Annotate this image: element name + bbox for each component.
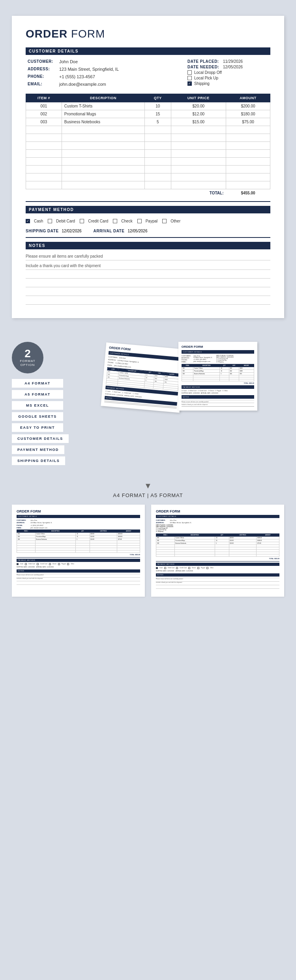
mini-notes-2: NOTES: [182, 395, 254, 399]
sf-addr-val: 123 Main Street, Springfield, IL: [30, 522, 52, 524]
sf-title-2: ORDER FORM: [156, 509, 279, 513]
mini-row-2: 002Promotional Mugs15$12$180: [182, 369, 254, 372]
option-print[interactable]: EASY TO PRINT: [12, 423, 63, 432]
payment-cash-label: Cash: [34, 219, 43, 223]
sf-other-2: Other: [210, 567, 214, 569]
sf-cb-debit[interactable]: [25, 563, 27, 565]
sf-col-desc: DESCRIPTION: [35, 530, 76, 532]
table-row-empty: [26, 134, 270, 142]
payment-methods: ✓ Cash Debit Card Credit Card Check Payp…: [26, 217, 270, 226]
mini-ship-2: SHIPPING DATE: 12/02/2026 ARRIVAL DATE: …: [182, 392, 254, 394]
sf-row-empty-2: [156, 554, 279, 556]
payment-cash[interactable]: ✓ Cash: [26, 219, 43, 223]
table-row-empty: [26, 173, 270, 181]
sf-ship-row-2: SHIPPING DATE: 12/02/2026 ARRIVAL DATE: …: [156, 570, 279, 572]
sf-cb-check-2[interactable]: [188, 567, 190, 569]
option-payment[interactable]: PAYMENT METHOD: [12, 445, 64, 454]
sf-shipping-2: ☑ Shipping: [156, 531, 173, 532]
sf-note-d: [156, 588, 279, 591]
sf-note-c: [156, 585, 279, 588]
checkbox-local-pickup[interactable]: [187, 76, 192, 80]
preview-area: ORDER FORM CUSTOMER DETAILS CUSTOMER: Jo…: [77, 342, 284, 411]
table-row-empty: [26, 126, 270, 134]
checkbox-cash[interactable]: ✓: [26, 219, 30, 223]
item-unit: $20.00: [171, 102, 226, 110]
sf-cb-cash[interactable]: ✓: [17, 563, 19, 565]
payment-other[interactable]: Other: [162, 219, 180, 223]
date-needed-value: 12/05/2026: [223, 65, 243, 69]
sf-check-2: Check: [192, 567, 196, 569]
small-form-a4: ORDER FORM CUSTOMER DETAILS CUSTOMER: Jo…: [12, 505, 145, 597]
checkbox-check[interactable]: [113, 219, 117, 223]
sf-divider-2: [156, 561, 279, 562]
sf-cb-debit-2[interactable]: [164, 567, 166, 569]
sf-note-1: Please ensure all items are carefully pa…: [17, 574, 140, 577]
mini-col-amt-2: AMOUNT: [239, 364, 254, 367]
payment-debit-label: Debit Card: [56, 219, 75, 223]
checkbox-local-dropp-off[interactable]: [187, 70, 192, 75]
payment-debit[interactable]: Debit Card: [48, 219, 75, 223]
section-format-examples: A4 FORMAT | A5 FORMAT ORDER FORM CUSTOME…: [0, 492, 296, 609]
notes-section: Please ensure all items are carefully pa…: [26, 253, 270, 305]
mini-col-unit-2: UNIT: [229, 364, 239, 367]
arrival-date-value: 12/05/2026: [127, 229, 147, 233]
sf-cb-paypal[interactable]: [58, 563, 60, 565]
item-amount: $75.00: [226, 118, 270, 126]
sf-pay-other: Other: [71, 563, 74, 565]
mini-row-2: 001Custom T-Shirts10$20$200: [182, 367, 254, 369]
phone-label: PHONE:: [26, 73, 57, 81]
sf-cb-cash-2[interactable]: ✓: [156, 567, 158, 569]
payment-credit-label: Credit Card: [88, 219, 108, 223]
delivery-option-1[interactable]: Local Pick Up: [187, 76, 268, 80]
option-excel[interactable]: MS EXCEL: [12, 401, 63, 410]
option-a4[interactable]: A4 FORMAT: [12, 379, 63, 388]
sf-cb-other[interactable]: [67, 563, 69, 565]
table-row-empty: [26, 142, 270, 150]
divider-2: [26, 237, 270, 238]
checkbox-other[interactable]: [162, 219, 167, 223]
order-form-card: ORDER FORM CUSTOMER DETAILS CUSTOMER: Jo…: [12, 16, 284, 318]
option-customer[interactable]: CUSTOMER DETAILS: [12, 434, 69, 443]
arrival-date-label: ARRIVAL DATE: [94, 229, 125, 233]
delivery-option-0[interactable]: Local Dropp Off: [187, 70, 268, 75]
sf-cb-other-2[interactable]: [206, 567, 208, 569]
checkbox-shipping[interactable]: ✓: [187, 81, 192, 86]
sf-cb-paypal-2[interactable]: [197, 567, 199, 569]
item-desc: Custom T-Shirts: [62, 102, 144, 110]
checkbox-debit[interactable]: [48, 219, 52, 223]
option-a5[interactable]: A5 FORMAT: [12, 390, 63, 399]
checkbox-credit[interactable]: [80, 219, 84, 223]
format-badge: 2 FORMATOPTION: [12, 342, 43, 373]
customer-name-value: John Doe: [57, 58, 180, 66]
sf-cb-credit-2[interactable]: [176, 567, 178, 569]
sf-row: 002Promotional Mugs15$12.00$180.00: [17, 535, 140, 538]
delivery-option-2[interactable]: ✓ Shipping: [187, 81, 268, 86]
sf-cust-val-2: John Doe: [170, 519, 176, 521]
sf-cb-check[interactable]: [49, 563, 51, 565]
sf-addr-row-2: ADDRESS: 123 Main Street, Springfield, I…: [156, 522, 279, 524]
section-main-form: ORDER FORM CUSTOMER DETAILS CUSTOMER: Jo…: [0, 0, 296, 330]
mini-pay-methods: ☑ Cash☐ Debit Card☐ Credit Card☐ Check☐ …: [182, 390, 254, 392]
option-sheets[interactable]: GOOGLE SHEETS: [12, 412, 63, 421]
item-unit: $15.00: [171, 118, 226, 126]
sf-pay-row-2: ✓Cash Debit Card Credit Card Check Paypa…: [156, 567, 279, 569]
sf-row-2: 002Promotional Mugs15$12.00$180.00: [156, 539, 279, 542]
payment-header: PAYMENT METHOD: [26, 206, 270, 213]
payment-credit[interactable]: Credit Card: [80, 219, 108, 223]
shipping-date-item: SHIPPING DATE 12/02/2026: [26, 229, 82, 233]
sf-items-table-1: ITEM # DESCRIPTION QTY UNIT PRICE AMOUNT…: [17, 530, 140, 553]
mini-col-desc-2: DESCRIPTION: [193, 364, 220, 367]
sf-divider-1: [17, 557, 140, 558]
table-row-empty: [26, 158, 270, 166]
mini-note-line-3: [182, 406, 254, 407]
badge-number: 2: [24, 348, 31, 359]
item-desc: Promotional Mugs: [62, 110, 144, 118]
date-needed-label: DATE NEEDED:: [187, 65, 223, 69]
checkbox-paypal[interactable]: [137, 219, 142, 223]
note-line-6: [26, 298, 270, 305]
option-shipping[interactable]: SHIPPING DETAILS: [12, 456, 65, 465]
payment-check[interactable]: Check: [113, 219, 132, 223]
sf-cb-credit[interactable]: [37, 563, 39, 565]
payment-paypal[interactable]: Paypal: [137, 219, 158, 223]
sf-addr-val-2: 123 Main Street, Springfield, IL: [170, 522, 191, 524]
